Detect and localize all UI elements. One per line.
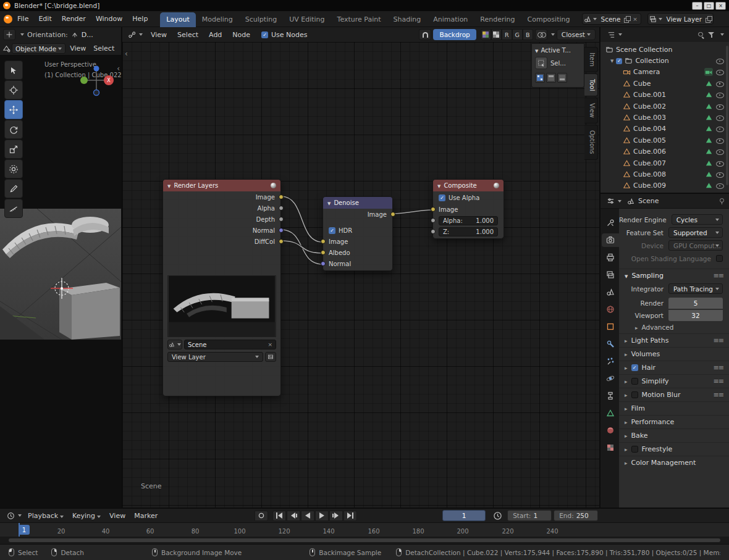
tab-compositing[interactable]: Compositing <box>521 12 576 27</box>
outliner-row-object[interactable]: Cube.004 <box>600 123 729 135</box>
socket-normal-in[interactable] <box>321 261 326 266</box>
editor-type-node-icon[interactable] <box>126 30 145 40</box>
socket-normal-out[interactable] <box>279 228 284 233</box>
search-icon[interactable] <box>697 31 704 38</box>
backdrop-channel-color-icon[interactable] <box>481 29 491 40</box>
outliner-scrollbar[interactable] <box>726 46 728 185</box>
tab-tool-properties[interactable] <box>602 216 619 230</box>
editor-type-viewport-icon[interactable] <box>2 44 11 52</box>
node-menu-add[interactable]: Add <box>204 31 226 39</box>
scene-selector[interactable]: Scene × <box>582 13 641 25</box>
visibility-toggle-icon[interactable] <box>715 57 724 65</box>
tool-transform[interactable] <box>4 159 23 178</box>
view-layer-selector[interactable]: View Layer <box>647 13 714 25</box>
pin-icon[interactable] <box>718 198 725 205</box>
outliner-row-object[interactable]: Camera <box>600 67 729 78</box>
outliner-row-object[interactable]: Cube.006 <box>600 146 729 157</box>
sidebar-tab-view[interactable]: View <box>584 98 598 123</box>
node-menu-select[interactable]: Select <box>173 31 203 39</box>
jump-to-start-button[interactable] <box>272 511 286 521</box>
visibility-toggle-icon[interactable] <box>715 159 724 167</box>
panel-bake[interactable]: Bake <box>619 428 729 442</box>
panel-advanced[interactable]: Advanced <box>619 321 729 333</box>
outliner-row-object[interactable]: Cube.003 <box>600 112 729 123</box>
visibility-toggle-icon[interactable] <box>715 136 724 144</box>
timeline-menu-marker[interactable]: Marker <box>130 512 162 520</box>
collection-checkbox[interactable] <box>616 58 622 64</box>
active-tool-icon[interactable] <box>3 29 15 40</box>
osl-checkbox[interactable] <box>716 255 723 262</box>
timeline-menu-keying[interactable]: Keying <box>68 512 105 520</box>
previous-keyframe-button[interactable] <box>287 511 300 521</box>
node-menu-node[interactable]: Node <box>228 31 255 39</box>
collapse-icon[interactable] <box>327 199 331 206</box>
menu-window[interactable]: Window <box>91 15 127 23</box>
orientation-value[interactable]: D... <box>82 31 93 39</box>
outliner-row-object[interactable]: Cube.009 <box>600 180 729 191</box>
sidebar-tab-options[interactable]: Options <box>584 125 598 160</box>
gizmo-neg-z-axis[interactable] <box>94 90 99 96</box>
socket-diffcol-out[interactable] <box>279 239 284 244</box>
toolbar-toggle-arrow[interactable]: ‹ <box>125 49 128 58</box>
editor-type-timeline-icon[interactable] <box>5 511 23 520</box>
node-header[interactable]: Composite <box>433 180 504 191</box>
tool-annotate[interactable] <box>4 179 23 198</box>
device-dropdown[interactable]: GPU Comput... <box>668 240 723 251</box>
scene-field[interactable]: Scene × <box>184 340 276 349</box>
start-frame-field[interactable]: Start:1 <box>507 510 552 521</box>
close-icon[interactable]: × <box>268 341 272 348</box>
panel-simplify[interactable]: Simplify≡≡ <box>619 374 729 388</box>
tab-texture-paint[interactable]: Texture Paint <box>331 12 387 27</box>
simplify-checkbox[interactable] <box>631 378 638 385</box>
outliner[interactable]: Scene Collection ▼ Collection Camera Cub… <box>600 42 729 194</box>
socket-z-in[interactable] <box>431 229 436 234</box>
use-nodes-checkbox[interactable] <box>261 31 268 38</box>
render-samples-field[interactable]: 5 <box>668 298 723 309</box>
mesh-data-icon[interactable] <box>705 136 713 144</box>
hair-checkbox[interactable] <box>631 364 638 371</box>
tab-modeling[interactable]: Modeling <box>196 12 239 27</box>
panel-film[interactable]: Film <box>619 401 729 415</box>
new-scene-icon[interactable] <box>624 16 630 22</box>
close-button[interactable]: × <box>715 2 726 10</box>
visibility-toggle-icon[interactable] <box>715 102 724 111</box>
mesh-data-icon[interactable] <box>705 170 713 178</box>
unlink-scene-icon[interactable]: × <box>630 16 639 22</box>
preview-range-clock-icon[interactable] <box>493 511 502 520</box>
backdrop-button[interactable]: Backdrop <box>433 29 476 40</box>
node-menu-view[interactable]: View <box>146 31 171 39</box>
tool-cursor[interactable] <box>4 80 23 99</box>
visibility-toggle-icon[interactable] <box>715 114 724 122</box>
timeline-ruler[interactable]: 20 40 60 80 100 120 140 160 180 200 220 … <box>0 522 729 537</box>
node-composite[interactable]: Composite Use Alpha Image Alpha:1.000 Z:… <box>432 179 504 239</box>
tool-rotate[interactable] <box>4 120 23 139</box>
gizmo-z-axis[interactable] <box>94 66 99 72</box>
outliner-row-object[interactable]: Cube.007 <box>600 157 729 169</box>
socket-image-in[interactable] <box>321 239 326 244</box>
menu-render[interactable]: Render <box>57 15 91 23</box>
tool-scale[interactable] <box>4 140 23 159</box>
expand-icon[interactable]: ▼ <box>610 59 613 64</box>
sidebar-tab-item[interactable]: Item <box>584 47 598 72</box>
tab-physics-properties[interactable] <box>602 372 619 385</box>
tab-object-properties[interactable] <box>602 320 619 333</box>
visibility-toggle-icon[interactable] <box>715 91 724 99</box>
panel-menu-icon[interactable]: ≡≡ <box>714 272 723 280</box>
outliner-row-collection[interactable]: ▼ Collection <box>600 55 729 66</box>
mesh-data-icon[interactable] <box>705 159 713 167</box>
motion-blur-checkbox[interactable] <box>631 391 638 398</box>
socket-albedo-in[interactable] <box>321 250 326 255</box>
snap-icon[interactable] <box>419 29 431 40</box>
z-value-field[interactable]: Z:1.000 <box>439 227 498 236</box>
playhead-badge[interactable]: 1 <box>19 525 30 535</box>
integrator-dropdown[interactable]: Path Tracing <box>668 283 723 294</box>
current-frame-field[interactable]: 1 <box>442 510 486 521</box>
backdrop-channel-g[interactable]: G <box>512 29 523 40</box>
tab-constraint-properties[interactable] <box>602 389 619 403</box>
panel-header[interactable]: Active T... <box>535 47 581 54</box>
panel-menu-icon[interactable]: ≡≡ <box>714 377 723 385</box>
mesh-data-icon[interactable] <box>705 148 713 156</box>
tab-texture-properties[interactable] <box>602 441 619 454</box>
mesh-data-icon[interactable] <box>705 182 713 190</box>
panel-volumes[interactable]: Volumes <box>619 347 729 361</box>
